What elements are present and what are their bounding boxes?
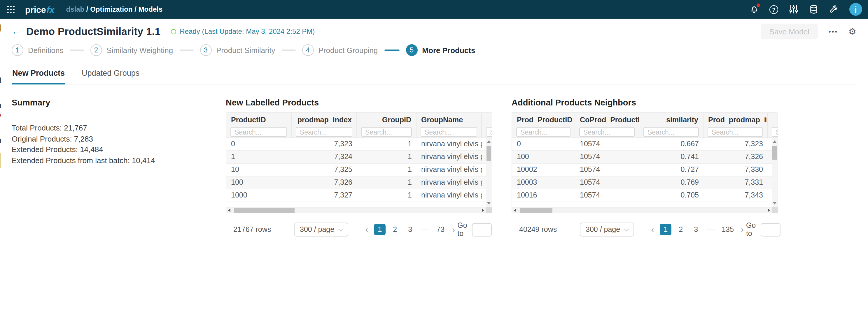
topbar-actions: ? j	[749, 3, 862, 16]
step-label: Product Grouping	[318, 46, 378, 55]
column-label: ProductID	[226, 116, 291, 126]
scroll-up-arrow[interactable]	[773, 140, 776, 143]
table-row[interactable]: 107,3251nirvana vinyl elvis pre...	[226, 164, 492, 177]
cell-GroupName: nirvana vinyl elvis pre...	[416, 189, 482, 202]
left-table: ProductIDprodmap_indexGroupIDGroupName 0…	[226, 112, 492, 213]
avatar-initial: j	[855, 5, 857, 13]
page-size-select[interactable]: 300 / page	[294, 222, 348, 237]
column-label: GroupID	[357, 116, 416, 126]
scroll-left-arrow[interactable]	[514, 209, 516, 212]
notifications-bell-icon[interactable]	[749, 4, 759, 14]
step-number: 4	[302, 44, 314, 56]
table-row[interactable]: 10016105740.7057,343	[512, 189, 778, 202]
cell-CoProd_ProductID: 10574	[575, 164, 639, 176]
page-ellipsis[interactable]: ···	[705, 224, 717, 235]
horizontal-scrollbar[interactable]	[226, 207, 492, 213]
table-row[interactable]: 100105740.7417,326	[512, 151, 778, 164]
screen-edge-artifact	[0, 104, 1, 108]
step-connector	[384, 49, 399, 51]
table-row[interactable]: 10002105740.7277,330	[512, 164, 778, 177]
gear-icon[interactable]: ⚙	[848, 26, 856, 37]
pricefx-logo[interactable]: pricefx	[25, 4, 54, 14]
prev-page-button[interactable]: ‹	[363, 224, 370, 235]
horizontal-scroll-thumb[interactable]	[520, 208, 552, 213]
more-menu-icon[interactable]: •••	[829, 28, 838, 35]
page-button-1[interactable]: 1	[374, 224, 385, 235]
page-button-2[interactable]: 2	[675, 224, 687, 235]
goto-page-input[interactable]	[472, 223, 492, 236]
column-search-input[interactable]	[708, 127, 763, 137]
page-button-3[interactable]: 3	[690, 224, 702, 235]
tab-updated-groups[interactable]: Updated Groups	[81, 65, 140, 84]
cell-ProductID: 10	[226, 164, 292, 176]
table-row[interactable]: 07,3231nirvana vinyl elvis pre...	[226, 138, 492, 151]
pager: ‹123···135›	[649, 224, 746, 235]
scroll-left-arrow[interactable]	[228, 209, 230, 212]
column-search-input[interactable]	[486, 127, 492, 137]
step-product-grouping[interactable]: 4Product Grouping	[302, 44, 378, 56]
breadcrumb-optimization[interactable]: Optimization	[90, 5, 132, 13]
tab-new-products[interactable]: New Products	[12, 65, 65, 84]
table-row[interactable]: 10003105740.7697,331	[512, 177, 778, 189]
column-search-input[interactable]	[421, 127, 477, 137]
column-search-input[interactable]	[516, 127, 570, 137]
scroll-up-arrow[interactable]	[487, 140, 491, 143]
vertical-scroll-thumb[interactable]	[487, 146, 491, 161]
goto-page: Go to	[746, 221, 780, 238]
cell-CoProd_ProductID: 10574	[575, 151, 639, 163]
scroll-down-arrow[interactable]	[773, 202, 776, 205]
scroll-down-arrow[interactable]	[487, 202, 491, 205]
next-page-button[interactable]: ›	[450, 224, 457, 235]
vertical-scroll-thumb[interactable]	[772, 146, 777, 159]
column-search-input[interactable]	[361, 127, 412, 137]
step-number: 2	[90, 44, 102, 56]
vertical-scrollbar[interactable]	[772, 138, 778, 207]
help-icon[interactable]: ?	[769, 4, 779, 14]
step-product-similarity[interactable]: 3Product Similarity	[200, 44, 275, 56]
prev-page-button[interactable]: ‹	[649, 224, 656, 235]
column-search-input[interactable]	[230, 127, 287, 137]
cell-ProductID: 1000	[226, 189, 292, 202]
page-button-3[interactable]: 3	[404, 224, 416, 235]
cell-ProductID: 0	[226, 138, 292, 150]
sliders-icon[interactable]	[789, 4, 799, 14]
table-row[interactable]: 17,3241nirvana vinyl elvis pre...	[226, 151, 492, 164]
column-search-input[interactable]	[643, 127, 699, 137]
cell-GroupName: nirvana vinyl elvis pre...	[416, 138, 482, 150]
page-button-135[interactable]: 135	[720, 224, 735, 235]
next-page-button[interactable]: ›	[739, 224, 746, 235]
page-button-73[interactable]: 73	[435, 224, 446, 235]
vertical-scrollbar[interactable]	[486, 138, 492, 207]
column-search-input[interactable]	[579, 127, 635, 137]
app-grid-icon[interactable]	[7, 5, 14, 13]
title-actions: Save Model ••• ⚙	[761, 24, 856, 39]
page-title: Demo ProductSimilarity 1.1	[26, 25, 160, 38]
table-row[interactable]: 10007,3271nirvana vinyl elvis pre...	[226, 189, 492, 202]
additional-products-neighbors-section: Additional Products Neighbors Prod_Produ…	[512, 98, 778, 237]
horizontal-scroll-thumb[interactable]	[234, 208, 294, 213]
cell-Prod_ProductID: 100	[512, 151, 575, 163]
page-size-select[interactable]: 300 / page	[580, 222, 634, 237]
step-more-products[interactable]: 5More Products	[406, 44, 475, 56]
scroll-right-arrow[interactable]	[768, 209, 770, 212]
table-row[interactable]: 0105740.6677,323	[512, 138, 778, 151]
table-row[interactable]: 1007,3261nirvana vinyl elvis pre...	[226, 177, 492, 189]
column-search-input[interactable]	[296, 127, 352, 137]
save-model-button[interactable]: Save Model	[761, 24, 818, 39]
page-button-2[interactable]: 2	[389, 224, 401, 235]
page-ellipsis[interactable]: ···	[420, 224, 431, 235]
wrench-icon[interactable]	[828, 4, 838, 14]
back-arrow-icon[interactable]: ←	[12, 26, 21, 37]
breadcrumb-models[interactable]: Models	[138, 5, 163, 13]
screen-edge-artifact	[0, 77, 1, 83]
step-definitions[interactable]: 1Definitions	[12, 44, 63, 56]
scroll-right-arrow[interactable]	[482, 209, 484, 212]
database-icon[interactable]	[808, 4, 818, 14]
breadcrumb-env[interactable]: dslab	[66, 5, 84, 13]
step-similarity-weighting[interactable]: 2Similarity Weighting	[90, 44, 173, 56]
goto-page-input[interactable]	[761, 223, 780, 236]
page-button-1[interactable]: 1	[660, 224, 672, 235]
horizontal-scrollbar[interactable]	[512, 207, 778, 213]
column-search-input[interactable]	[772, 127, 778, 137]
user-avatar[interactable]: j	[849, 3, 862, 16]
